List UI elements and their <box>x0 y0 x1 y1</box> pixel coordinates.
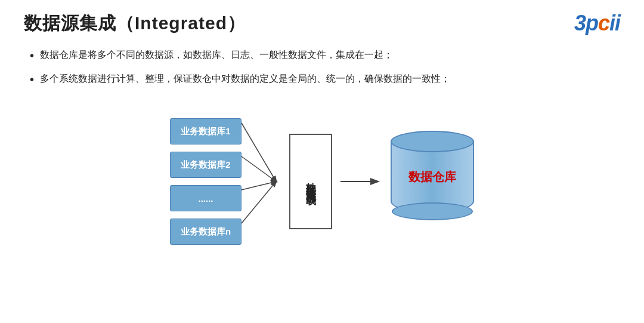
logo-accent: c <box>598 11 609 35</box>
db-cylinder: 数据仓库 <box>391 131 474 232</box>
source-box-1: 业务数据库1 <box>170 118 242 144</box>
source-box-2: 业务数据库2 <box>170 152 242 178</box>
bullet-dot-2: • <box>30 70 34 88</box>
header: 数据源集成（Integrated） 3pcii <box>24 11 620 36</box>
source-boxes: 业务数据库1 业务数据库2 ...... 业务数据库n <box>170 118 242 245</box>
bullet-list: • 数据仓库是将多个不同的数据源，如数据库、日志、一般性数据文件，集成在一起； … <box>24 47 620 88</box>
svg-line-0 <box>242 123 276 182</box>
page-container: 数据源集成（Integrated） 3pcii • 数据仓库是将多个不同的数据源… <box>0 0 644 323</box>
etl-label: 抽取转换清洗加载 <box>305 174 317 189</box>
db-bottom-ellipse <box>392 202 473 220</box>
source-box-3: ...... <box>170 185 242 211</box>
source-arrows-svg <box>242 110 283 253</box>
svg-line-1 <box>242 156 276 182</box>
diagram-inner: 业务数据库1 业务数据库2 ...... 业务数据库n <box>170 110 474 253</box>
diagram: 业务数据库1 业务数据库2 ...... 业务数据库n <box>24 98 620 265</box>
bullet-text-2: 多个系统数据进行计算、整理，保证数仓中对数据的定义是全局的、统一的，确保数据的一… <box>40 70 450 87</box>
bullet-item-1: • 数据仓库是将多个不同的数据源，如数据库、日志、一般性数据文件，集成在一起； <box>30 47 620 64</box>
bullet-text-1: 数据仓库是将多个不同的数据源，如数据库、日志、一般性数据文件，集成在一起； <box>40 47 393 63</box>
source-box-4: 业务数据库n <box>170 219 242 245</box>
bullet-item-2: • 多个系统数据进行计算、整理，保证数仓中对数据的定义是全局的、统一的，确保数据… <box>30 70 620 88</box>
svg-line-2 <box>242 182 276 190</box>
svg-line-3 <box>242 182 276 223</box>
db-top <box>391 131 474 152</box>
page-title: 数据源集成（Integrated） <box>24 11 246 36</box>
source-section: 业务数据库1 业务数据库2 ...... 业务数据库n <box>170 110 283 253</box>
etl-box: 抽取转换清洗加载 <box>289 134 332 229</box>
logo: 3pcii <box>574 11 620 36</box>
db-label: 数据仓库 <box>408 169 456 185</box>
db-body: 数据仓库 <box>391 141 474 213</box>
etl-to-db-arrow <box>340 179 382 184</box>
bullet-dot-1: • <box>30 47 34 64</box>
